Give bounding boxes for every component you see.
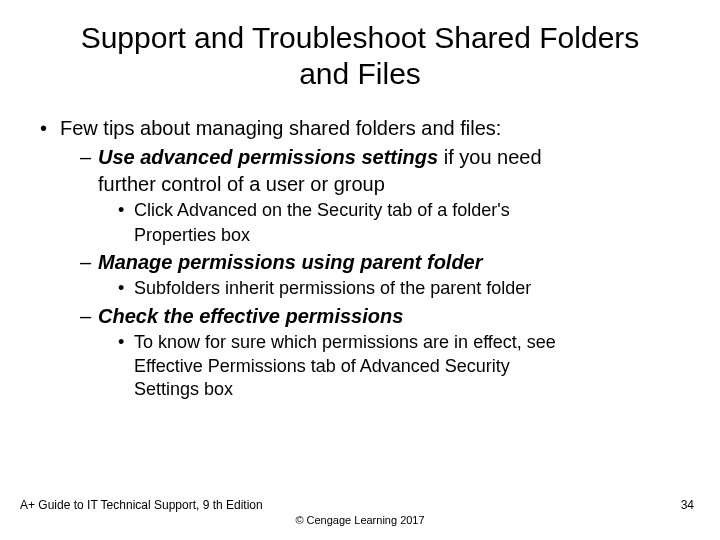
tip1-cont: further control of a user or group: [40, 172, 690, 197]
bullet-level1: •Few tips about managing shared folders …: [40, 116, 690, 141]
tip1-row: Use advanced permissions settings if you…: [98, 146, 542, 168]
footer-center: © Cengage Learning 2017: [20, 514, 700, 526]
tip1-sub-a: Click Advanced on the Security tab of a …: [134, 200, 510, 220]
bullet-level3: •Subfolders inherit permissions of the p…: [40, 277, 690, 300]
dot-icon: •: [118, 331, 134, 354]
dash-icon: –: [80, 250, 98, 275]
footer-left: A+ Guide to IT Technical Support, 9 th E…: [20, 498, 263, 512]
slide-number: 34: [681, 498, 694, 512]
dot-icon: •: [118, 277, 134, 300]
bullet-dot-icon: •: [40, 116, 60, 141]
tip3-bold: Check the effective permissions: [98, 305, 403, 327]
tip2-sub-a: Subfolders inherit permissions of the pa…: [134, 278, 531, 298]
dash-icon: –: [80, 145, 98, 170]
tip1-bold: Use advanced permissions settings: [98, 146, 438, 168]
tip1-rest: if you need: [438, 146, 541, 168]
slide-title: Support and Troubleshoot Shared Folders …: [30, 20, 690, 92]
tip3-sub-b: Effective Permissions tab of Advanced Se…: [40, 355, 690, 378]
lvl1-text: Few tips about managing shared folders a…: [60, 117, 501, 139]
bullet-level2: –Manage permissions using parent folder: [40, 250, 690, 275]
tip3-sub-c: Settings box: [40, 378, 690, 401]
slide-content: •Few tips about managing shared folders …: [30, 116, 690, 400]
bullet-level3: •To know for sure which permissions are …: [40, 331, 690, 354]
bullet-level2: –Use advanced permissions settings if yo…: [40, 145, 690, 170]
tip2-bold: Manage permissions using parent folder: [98, 251, 483, 273]
bullet-level3: •Click Advanced on the Security tab of a…: [40, 199, 690, 222]
tip3-sub-a: To know for sure which permissions are i…: [134, 332, 556, 352]
bullet-level2: –Check the effective permissions: [40, 304, 690, 329]
dot-icon: •: [118, 199, 134, 222]
tip1-sub-a-cont: Properties box: [40, 224, 690, 247]
dash-icon: –: [80, 304, 98, 329]
